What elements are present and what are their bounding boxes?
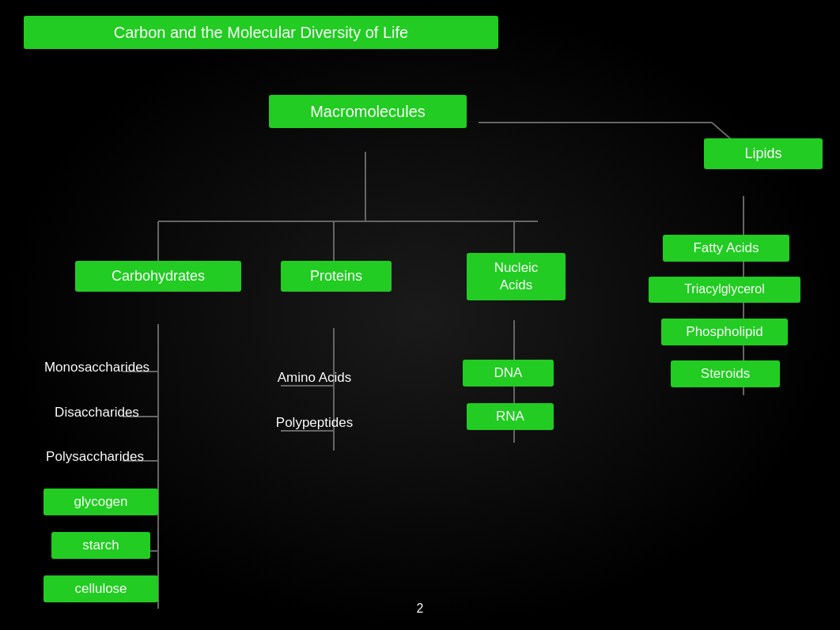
polypeptides-text: Polypeptides bbox=[245, 415, 384, 431]
dna-box: DNA bbox=[463, 360, 554, 387]
macromolecules-box: Macromolecules bbox=[269, 95, 467, 128]
fatty-acids-box: Fatty Acids bbox=[663, 235, 789, 262]
nucleic-acids-box: Nucleic Acids bbox=[467, 253, 566, 300]
phospholipid-box: Phospholipid bbox=[661, 319, 788, 345]
rna-box: RNA bbox=[467, 403, 554, 430]
cellulose-box: cellulose bbox=[44, 575, 158, 602]
triacylglycerol-box: Triacylglycerol bbox=[649, 277, 800, 303]
glycogen-box: glycogen bbox=[44, 489, 158, 515]
starch-box: starch bbox=[51, 532, 150, 559]
polysaccharides-text: Polysaccharides bbox=[16, 449, 174, 465]
carbohydrates-box: Carbohydrates bbox=[75, 261, 241, 292]
title-box: Carbon and the Molecular Diversity of Li… bbox=[24, 16, 498, 49]
lipids-box: Lipids bbox=[704, 138, 823, 169]
proteins-box: Proteins bbox=[281, 261, 392, 292]
amino-acids-text: Amino Acids bbox=[245, 370, 384, 386]
page-number: 2 bbox=[417, 602, 424, 616]
monosaccharides-text: Monosaccharides bbox=[12, 360, 182, 375]
steroids-box: Steroids bbox=[671, 360, 780, 387]
slide: Carbon and the Molecular Diversity of Li… bbox=[0, 0, 840, 630]
disaccharides-text: Disaccharides bbox=[24, 405, 170, 421]
